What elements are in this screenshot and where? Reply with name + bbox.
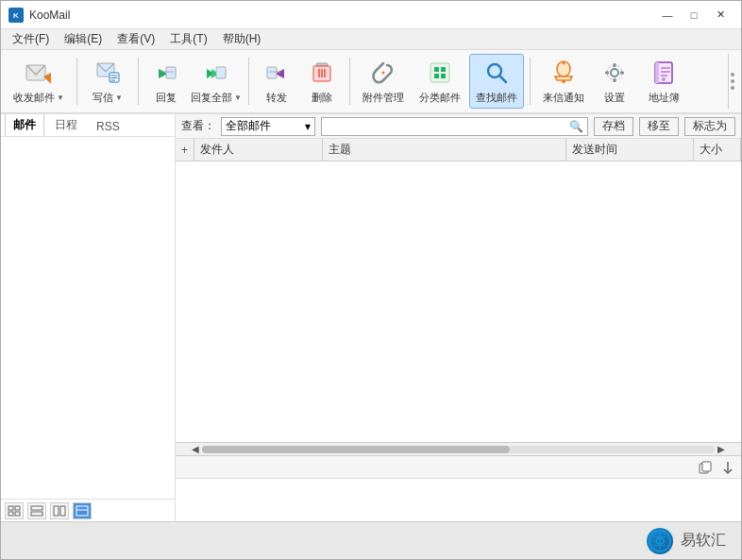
recv-icon	[24, 58, 54, 88]
sep-2	[138, 58, 139, 105]
toolbar-search-button[interactable]: 查找邮件	[469, 54, 524, 109]
toolbar-recv-button[interactable]: 收发邮件 ▼	[7, 54, 71, 109]
menu-help[interactable]: 帮助(H)	[215, 29, 269, 49]
tab-rss[interactable]: RSS	[88, 116, 128, 136]
toolbar-sort-button[interactable]: 分类邮件	[413, 54, 467, 109]
svg-point-35	[607, 65, 622, 80]
toolbar-attach-button[interactable]: 附件管理	[356, 54, 411, 109]
svg-rect-54	[76, 506, 88, 516]
edge-dot-1	[731, 73, 734, 76]
search-magnifier-icon: 🔍	[569, 120, 583, 133]
compose-arrow: ▼	[115, 93, 123, 102]
svg-rect-48	[8, 512, 13, 516]
svg-rect-27	[434, 74, 439, 78]
svg-rect-41	[655, 62, 659, 83]
toolbar-notify-button[interactable]: 来信通知	[536, 54, 591, 109]
sidebar-footer	[1, 499, 175, 521]
filter-label: 查看：	[181, 118, 215, 134]
toolbar-reply-button[interactable]: 回复	[144, 54, 188, 109]
title-bar-controls: — □ ✕	[654, 6, 734, 25]
menu-file[interactable]: 文件(F)	[5, 29, 57, 49]
toolbar-reply-all-button[interactable]: 回复全部 ▼	[190, 54, 243, 109]
delete-label: 删除	[312, 91, 332, 105]
email-table-header: + 发件人 主题 发送时间 大小	[176, 139, 741, 161]
window-title: KooMail	[29, 8, 70, 22]
toolbar-forward-button[interactable]: 转发	[255, 54, 298, 109]
search-icon	[481, 58, 512, 88]
sep-5	[530, 58, 531, 105]
toolbar-delete-button[interactable]: 删除	[300, 54, 344, 109]
sep-1	[76, 58, 77, 105]
reply-all-label: 回复全部	[191, 91, 232, 105]
preview-copy-icon[interactable]	[696, 459, 715, 476]
svg-rect-26	[441, 67, 446, 72]
h-scrollbar[interactable]: ◀ ▶	[176, 442, 741, 455]
svg-point-32	[562, 80, 565, 83]
forward-icon	[261, 58, 292, 88]
scroll-thumb[interactable]	[202, 446, 510, 453]
forward-label: 转发	[266, 91, 287, 105]
svg-point-45	[662, 77, 666, 81]
menu-view[interactable]: 查看(V)	[110, 29, 162, 49]
col-plus[interactable]: +	[176, 139, 194, 161]
sidebar-footer-btn-1[interactable]	[5, 502, 24, 519]
sidebar-footer-btn-3[interactable]	[50, 502, 69, 519]
delete-icon	[307, 58, 337, 88]
move-button[interactable]: 移至	[639, 117, 679, 136]
sidebar-content	[1, 137, 175, 499]
scroll-right-arrow[interactable]: ▶	[715, 443, 728, 456]
addressbook-label: 地址簿	[649, 91, 680, 105]
search-input[interactable]	[326, 120, 569, 133]
sidebar-tabs: 邮件 日程 RSS	[1, 114, 175, 137]
preview-content	[176, 479, 741, 521]
settings-label: 设置	[604, 91, 625, 105]
search-label: 查找邮件	[476, 91, 517, 105]
app-icon: K	[8, 8, 24, 23]
menu-tools[interactable]: 工具(T)	[162, 29, 214, 49]
main-area: 邮件 日程 RSS	[1, 114, 741, 521]
menu-edit[interactable]: 编辑(E)	[57, 29, 110, 49]
archive-button[interactable]: 存档	[594, 117, 633, 136]
mark-button[interactable]: 标志为	[684, 117, 735, 136]
notify-icon	[548, 58, 579, 88]
book-icon	[649, 58, 679, 88]
svg-rect-52	[54, 506, 59, 516]
sep-3	[248, 58, 249, 105]
sidebar-footer-btn-4[interactable]	[73, 502, 92, 519]
filter-select-box[interactable]: 全部邮件 ▾	[221, 117, 315, 136]
minimize-button[interactable]: —	[654, 6, 681, 25]
email-table-area: + 发件人 主题 发送时间 大小	[176, 139, 741, 442]
svg-rect-16	[267, 67, 277, 78]
col-date[interactable]: 发送时间	[566, 139, 695, 161]
scroll-left-arrow[interactable]: ◀	[189, 443, 202, 456]
tab-calendar[interactable]: 日程	[46, 114, 86, 136]
filter-search: 🔍	[321, 117, 588, 136]
svg-rect-14	[216, 67, 226, 78]
col-subject[interactable]: 主题	[323, 139, 566, 161]
sep-4	[349, 58, 350, 105]
sidebar-footer-btn-2[interactable]	[27, 502, 46, 519]
sort-icon	[425, 58, 455, 88]
sort-label: 分类邮件	[419, 91, 461, 105]
main-window: K KooMail — □ ✕ 文件(F) 编辑(E) 查看(V) 工具(T) …	[0, 0, 742, 560]
col-size[interactable]: 大小	[694, 139, 741, 161]
close-button[interactable]: ✕	[707, 6, 734, 25]
compose-label: 写信	[93, 91, 113, 105]
svg-point-34	[611, 69, 618, 76]
svg-rect-28	[441, 74, 446, 78]
svg-rect-25	[434, 67, 439, 72]
toolbar-settings-button[interactable]: 设置	[593, 54, 636, 109]
settings-icon	[599, 58, 630, 88]
svg-rect-49	[15, 512, 20, 516]
svg-rect-38	[605, 72, 609, 75]
maximize-button[interactable]: □	[681, 6, 707, 25]
attach-icon	[368, 58, 398, 88]
col-sender[interactable]: 发件人	[194, 139, 323, 161]
menu-bar: 文件(F) 编辑(E) 查看(V) 工具(T) 帮助(H)	[1, 29, 741, 50]
toolbar-compose-button[interactable]: 写信 ▼	[83, 54, 132, 109]
toolbar-addressbook-button[interactable]: 地址簿	[638, 54, 689, 109]
svg-rect-51	[31, 512, 42, 516]
tab-mail[interactable]: 邮件	[5, 114, 44, 136]
preview-expand-icon[interactable]	[718, 459, 737, 476]
bottom-bar: 易软汇	[1, 521, 741, 559]
